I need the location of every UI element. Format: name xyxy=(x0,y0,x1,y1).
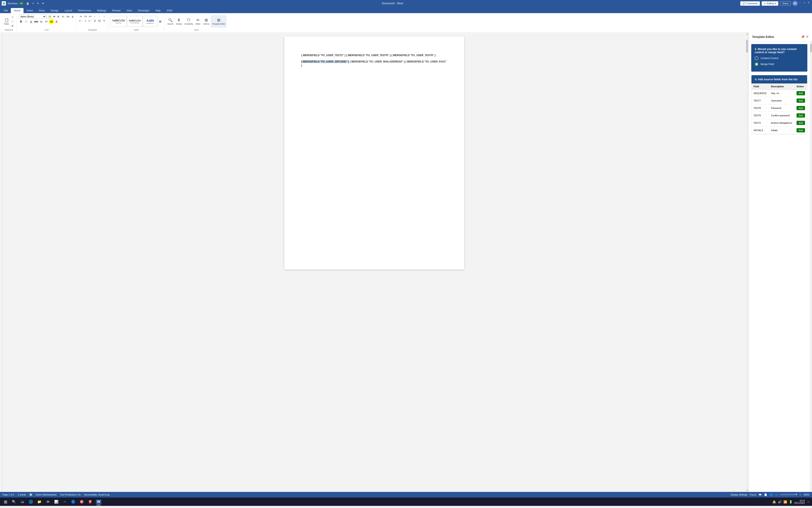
panel-scrollbar[interactable] xyxy=(810,42,812,492)
tab-layout[interactable]: Layout xyxy=(62,8,75,13)
superscript-button[interactable]: x² xyxy=(44,19,49,24)
shrink-font-button[interactable]: A↓ xyxy=(61,15,65,18)
save-button[interactable]: 💾 xyxy=(26,2,30,5)
template-editor-button[interactable]: ⊞ Template Editor xyxy=(211,15,227,27)
panel-pin-button[interactable]: 📌 xyxy=(801,35,805,39)
font-color-button[interactable]: A xyxy=(54,19,59,24)
show-hide-button[interactable]: ¶ xyxy=(102,19,106,23)
read-mode-button[interactable]: 📖 xyxy=(759,493,762,496)
edge-button[interactable]: 🌐 xyxy=(27,498,35,506)
spell-check-icon[interactable]: 🔤 xyxy=(30,493,32,496)
start-button[interactable]: ⊞ xyxy=(2,498,9,506)
show-desktop-button[interactable]: ▭ xyxy=(806,500,810,504)
display-settings[interactable]: Display Settings xyxy=(731,493,748,496)
add-initials-button[interactable]: Add xyxy=(797,128,805,132)
multilevel-list-button[interactable]: ≡≡ xyxy=(88,14,92,18)
style-nospace[interactable]: AaBbCcDd No Spacing xyxy=(127,16,142,27)
add-sequence-button[interactable]: Add xyxy=(797,91,805,95)
decrease-indent-button[interactable]: ← xyxy=(93,14,97,18)
restore-button[interactable]: □ xyxy=(803,1,806,4)
search-button[interactable]: 🔍 Search xyxy=(166,15,175,27)
bold-button[interactable]: B xyxy=(18,19,23,24)
doc-vertical-scrollbar[interactable]: ▲ ▼ xyxy=(746,32,749,492)
focus-button[interactable]: Focus xyxy=(750,493,756,496)
comments-button[interactable]: 💬 Comments xyxy=(740,1,760,6)
panel-close-button[interactable]: ✕ xyxy=(806,35,809,39)
scrollbar-up-arrow[interactable]: ▲ xyxy=(746,32,749,36)
language[interactable]: Dutch (Netherlands) xyxy=(36,493,56,496)
minimize-button[interactable]: ─ xyxy=(799,1,802,4)
merge-field-option[interactable]: Merge Field xyxy=(755,62,804,66)
paste-button[interactable]: 📋 Paste xyxy=(3,15,10,27)
panel-scrollbar-thumb[interactable] xyxy=(810,44,812,52)
sensitivity-button[interactable]: 🛡 Sensitivity xyxy=(183,15,194,27)
sort-button[interactable]: AZ xyxy=(97,19,102,23)
volume-icon[interactable]: 🔊 xyxy=(778,500,782,504)
style-normal[interactable]: AaBbCcDd Normal xyxy=(110,16,127,27)
tab-join[interactable]: JOIN xyxy=(163,8,175,13)
tab-help[interactable]: Help xyxy=(152,8,163,13)
tab-file[interactable]: File xyxy=(1,8,11,13)
autosave-toggle[interactable]: Off xyxy=(18,2,24,5)
merge-field-radio[interactable] xyxy=(755,62,758,66)
dictate-button[interactable]: 🎙 Dictate xyxy=(175,15,183,27)
accessibility-status[interactable]: Accessibility: Good to go xyxy=(84,493,110,496)
tab-insert[interactable]: Insert xyxy=(23,8,36,13)
search-taskbar-button[interactable]: 🔍 xyxy=(10,498,18,506)
tab-developer[interactable]: Developer xyxy=(135,8,152,13)
close-button[interactable]: ✕ xyxy=(807,1,810,4)
bullet-list-button[interactable]: •≡ xyxy=(79,14,83,18)
align-right-button[interactable]: ≡→ xyxy=(88,19,92,23)
explorer-button[interactable]: 📁 xyxy=(36,498,43,506)
editing-dropdown[interactable]: ✏ Editing ▾ xyxy=(762,1,778,6)
line-spacing-button[interactable]: ↕ xyxy=(102,14,106,18)
document-scroll-area[interactable]: { MERGEFIELD "FU_USER_TEXT2" } { MERGEFI… xyxy=(3,32,746,492)
underline-button[interactable]: U xyxy=(29,19,34,24)
zoom-out-button[interactable]: — xyxy=(775,493,777,496)
font-name-selector[interactable]: Aptos (Body) xyxy=(18,14,46,18)
customize-button[interactable]: ▼ xyxy=(41,2,45,5)
highlight-button[interactable]: ab xyxy=(49,19,54,24)
tab-home[interactable]: Home xyxy=(11,8,23,13)
grow-font-button[interactable]: A↑ xyxy=(56,15,61,18)
redo-button[interactable]: ↻ xyxy=(36,2,40,5)
word-taskbar-button[interactable]: W xyxy=(95,498,102,506)
cut-button[interactable]: ✂ xyxy=(10,15,15,19)
document-content[interactable]: { MERGEFIELD "FU_USER_TEXT2" } { MERGEFI… xyxy=(301,53,447,68)
taskbar-clock[interactable]: 16:24 29/11/2024 xyxy=(794,500,805,504)
styles-more-button[interactable]: ⊞ xyxy=(158,15,162,27)
editor-button[interactable]: ✏ Editor xyxy=(195,15,202,27)
increase-indent-button[interactable]: → xyxy=(97,14,102,18)
change-case-button[interactable]: Aa xyxy=(66,15,70,18)
addins-button[interactable]: ⊞ Add-ins xyxy=(202,15,210,27)
battery-icon[interactable]: 🔋 xyxy=(789,500,793,504)
clear-formatting-button[interactable]: A xyxy=(70,15,75,18)
tab-review[interactable]: Review xyxy=(109,8,124,13)
scrollbar-thumb[interactable] xyxy=(746,40,748,52)
copy-button[interactable]: 📄 xyxy=(10,19,15,23)
format-painter-button[interactable]: 🖌 xyxy=(10,24,15,28)
zoom-slider[interactable]: ● xyxy=(780,494,797,495)
web-layout-button[interactable]: 🌐 xyxy=(770,493,773,496)
share-button[interactable]: Share xyxy=(780,1,791,5)
tab-references[interactable]: References xyxy=(75,8,94,13)
font-size-selector[interactable]: 12 xyxy=(47,14,56,18)
numbered-list-button[interactable]: 1≡ xyxy=(83,14,88,18)
align-center-button[interactable]: ≡ xyxy=(83,19,88,23)
strikethrough-button[interactable]: abc xyxy=(34,19,39,24)
teams-button[interactable]: 🔵 xyxy=(69,498,77,506)
page-info[interactable]: Page 1 of 1 xyxy=(3,493,14,496)
italic-button[interactable]: I xyxy=(24,19,29,24)
tab-draw[interactable]: Draw xyxy=(36,8,48,13)
zoom-in-button[interactable]: + xyxy=(800,493,801,496)
content-control-radio[interactable] xyxy=(755,56,758,60)
add-text9-button[interactable]: Add xyxy=(797,113,805,118)
justify-button[interactable]: ☰ xyxy=(93,19,97,23)
scrollbar-down-arrow[interactable]: ▼ xyxy=(746,489,749,492)
dynamics-button[interactable]: 🎯 xyxy=(78,498,86,506)
tab-mailings[interactable]: Mailings xyxy=(94,8,109,13)
zoom-level[interactable]: 100% xyxy=(804,493,809,496)
outlook-button[interactable]: 📮 xyxy=(86,498,94,506)
word-count[interactable]: 2 words xyxy=(18,493,26,496)
excel-taskbar-button[interactable]: 📊 xyxy=(52,498,60,506)
